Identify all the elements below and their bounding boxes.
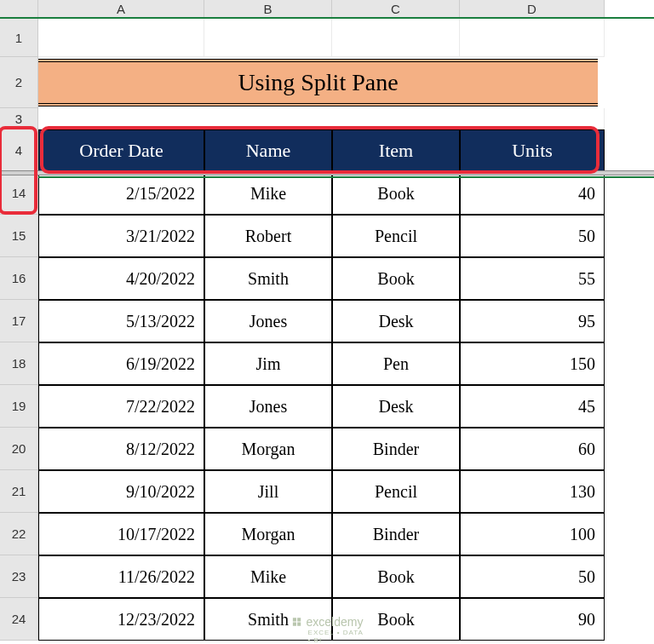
cell-date[interactable]: 7/22/2022 (38, 385, 204, 428)
th-name[interactable]: Name (204, 129, 332, 172)
watermark: exceldemy EXCEL • DATA • BI (291, 615, 364, 629)
row-header-21[interactable]: 21 (0, 470, 38, 513)
title-cell[interactable]: Using Split Pane (38, 59, 598, 106)
watermark-text: exceldemy (307, 615, 364, 629)
cell-date[interactable]: 5/13/2022 (38, 300, 204, 342)
cell-item[interactable]: Pencil (332, 215, 460, 257)
cell-units[interactable]: 45 (460, 385, 605, 428)
select-all-corner[interactable] (0, 0, 38, 19)
row-header-14[interactable]: 14 (0, 172, 38, 215)
cell-item[interactable]: Pencil (332, 470, 460, 513)
cell-date[interactable]: 12/23/2022 (38, 598, 204, 641)
cell[interactable] (332, 19, 460, 57)
cell-name[interactable]: Jones (204, 300, 332, 342)
row-header-23[interactable]: 23 (0, 555, 38, 598)
selection-line-below (38, 176, 654, 178)
cell-name[interactable]: Morgan (204, 428, 332, 470)
spreadsheet-grid: A B C D 1 2 Using Split Pane 3 4 Order D… (0, 0, 654, 641)
col-header-d[interactable]: D (460, 0, 605, 19)
row-header-24[interactable]: 24 (0, 598, 38, 641)
row-header-19[interactable]: 19 (0, 385, 38, 428)
row-header-17[interactable]: 17 (0, 300, 38, 342)
row-header-18[interactable]: 18 (0, 342, 38, 385)
cell-date[interactable]: 4/20/2022 (38, 257, 204, 300)
cell-item[interactable]: Book (332, 257, 460, 300)
cell-item[interactable]: Desk (332, 385, 460, 428)
cell-date[interactable]: 3/21/2022 (38, 215, 204, 257)
cell-item[interactable]: Book (332, 172, 460, 215)
cell-name[interactable]: Jones (204, 385, 332, 428)
th-units[interactable]: Units (460, 129, 605, 172)
row-header-3[interactable]: 3 (0, 108, 38, 129)
cell-units[interactable]: 150 (460, 342, 605, 385)
row-header-15[interactable]: 15 (0, 215, 38, 257)
cell-name[interactable]: Smith (204, 257, 332, 300)
cell-name[interactable]: Mike (204, 555, 332, 598)
cell-units[interactable]: 60 (460, 428, 605, 470)
cell-name[interactable]: Jill (204, 470, 332, 513)
cell-date[interactable]: 9/10/2022 (38, 470, 204, 513)
cell-name[interactable]: Robert (204, 215, 332, 257)
cell-units[interactable]: 55 (460, 257, 605, 300)
cell[interactable] (460, 19, 605, 57)
cell-units[interactable]: 90 (460, 598, 605, 641)
row-header-16[interactable]: 16 (0, 257, 38, 300)
cell-units[interactable]: 50 (460, 555, 605, 598)
row-header-22[interactable]: 22 (0, 513, 38, 555)
cell[interactable] (204, 19, 332, 57)
cell-name[interactable]: Morgan (204, 513, 332, 555)
th-item[interactable]: Item (332, 129, 460, 172)
cell-name[interactable]: Jim (204, 342, 332, 385)
cell-date[interactable]: 6/19/2022 (38, 342, 204, 385)
cell-units[interactable]: 40 (460, 172, 605, 215)
watermark-tagline: EXCEL • DATA • BI (308, 629, 364, 644)
table-header-row: Order Date Name Item Units (38, 129, 605, 172)
cell-date[interactable]: 11/26/2022 (38, 555, 204, 598)
cell-units[interactable]: 100 (460, 513, 605, 555)
cell-units[interactable]: 95 (460, 300, 605, 342)
row-header-1[interactable]: 1 (0, 19, 38, 57)
cell[interactable] (38, 19, 204, 57)
cell-units[interactable]: 50 (460, 215, 605, 257)
cell-name[interactable]: Mike (204, 172, 332, 215)
cell[interactable] (38, 108, 605, 129)
col-header-b[interactable]: B (204, 0, 332, 19)
col-header-c[interactable]: C (332, 0, 460, 19)
cell-date[interactable]: 10/17/2022 (38, 513, 204, 555)
split-pane-divider[interactable] (0, 170, 654, 175)
th-order-date[interactable]: Order Date (38, 129, 204, 172)
cell-item[interactable]: Book (332, 555, 460, 598)
watermark-icon (291, 616, 303, 628)
cell-date[interactable]: 8/12/2022 (38, 428, 204, 470)
selection-line-top (0, 17, 654, 19)
cell-item[interactable]: Binder (332, 513, 460, 555)
cell-date[interactable]: 2/15/2022 (38, 172, 204, 215)
cell-item[interactable]: Desk (332, 300, 460, 342)
cell-units[interactable]: 130 (460, 470, 605, 513)
cell-item[interactable]: Binder (332, 428, 460, 470)
row-header-2[interactable]: 2 (0, 57, 38, 108)
cell-item[interactable]: Pen (332, 342, 460, 385)
row-header-20[interactable]: 20 (0, 428, 38, 470)
col-header-a[interactable]: A (38, 0, 204, 19)
row-header-4[interactable]: 4 (0, 129, 38, 172)
